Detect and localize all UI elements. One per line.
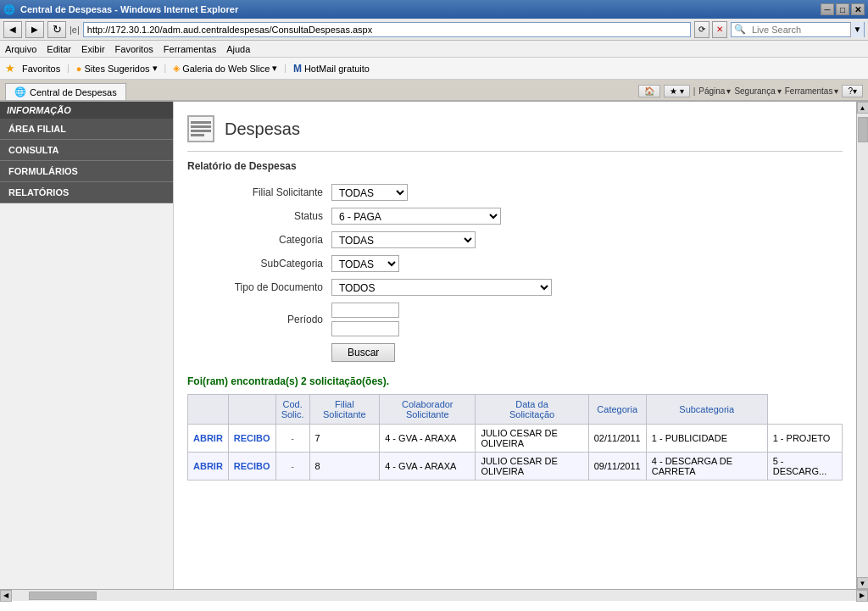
cell-cod-2: 8 xyxy=(309,453,380,480)
periodo-row: Período xyxy=(187,303,843,336)
favorites-star-icon: ★ xyxy=(5,62,15,75)
favorites-bar: ★ Favoritos | ● Sites Sugeridos ▾ | ◈ Ga… xyxy=(0,58,868,80)
link-abrir-2[interactable]: ABRIR xyxy=(193,461,223,471)
col-abrir xyxy=(188,395,229,425)
pagina-menu[interactable]: Página ▾ xyxy=(698,86,731,96)
tab-icon: 🌐 xyxy=(14,86,26,97)
svg-rect-1 xyxy=(191,125,211,128)
status-select[interactable]: 6 - PAGA xyxy=(331,208,501,225)
link-recibo-2[interactable]: RECIBO xyxy=(234,461,270,471)
sidebar-item-relatorios[interactable]: RELATÓRIOS xyxy=(0,182,173,203)
status-label: Status xyxy=(187,210,323,222)
buscar-row: Buscar xyxy=(187,343,843,362)
title-bar: 🌐 Central de Despesas - Windows Internet… xyxy=(0,0,868,19)
ferramentas-menu[interactable]: Ferramentas ▾ xyxy=(785,86,839,96)
search-go-button[interactable]: ▼ xyxy=(850,22,864,37)
menu-favoritos[interactable]: Favoritos xyxy=(115,44,153,54)
cell-abrir-2: ABRIR xyxy=(188,453,229,480)
help-button[interactable]: ?▾ xyxy=(842,85,863,97)
categoria-select[interactable]: TODAS xyxy=(331,231,476,248)
cell-dash-1: - xyxy=(275,425,309,453)
sidebar: INFORMAÇÃO ÁREA FILIAL CONSULTA FORMULÁR… xyxy=(0,102,174,589)
favorites-button[interactable]: Favoritos xyxy=(22,64,60,74)
svg-rect-2 xyxy=(191,130,211,132)
menu-exibir[interactable]: Exibir xyxy=(81,44,105,54)
page-title: Despesas xyxy=(225,119,300,139)
col-categoria: Categoria xyxy=(588,395,646,425)
restore-button[interactable]: □ xyxy=(836,3,849,15)
link-abrir-1[interactable]: ABRIR xyxy=(193,433,223,443)
table-row: ABRIR RECIBO - 8 4 - GVA - ARAXA JULIO C… xyxy=(188,453,843,480)
col-colaborador: Colaborador Solicitante xyxy=(380,395,476,425)
col-data: Data daSolicitação xyxy=(476,395,588,425)
cell-filial-1: 4 - GVA - ARAXA xyxy=(380,425,476,453)
svg-rect-3 xyxy=(191,134,204,136)
periodo-to-input[interactable] xyxy=(331,321,399,336)
forward-button[interactable]: ▶ xyxy=(25,21,44,38)
cell-categoria-1: 1 - PUBLICIDADE xyxy=(646,425,767,453)
home-button[interactable]: 🏠 xyxy=(638,85,660,97)
menu-bar: Arquivo Editar Exibir Favoritos Ferramen… xyxy=(0,41,868,58)
address-input[interactable] xyxy=(83,22,691,37)
buscar-button[interactable]: Buscar xyxy=(331,343,395,362)
menu-ferramentas[interactable]: Ferramentas xyxy=(164,44,216,54)
back-button[interactable]: ◀ xyxy=(3,21,22,38)
periodo-from-input[interactable] xyxy=(331,303,399,318)
stop-button[interactable]: ✕ xyxy=(712,21,727,38)
refresh-page-button[interactable]: ⟳ xyxy=(694,21,709,38)
categoria-row: Categoria TODAS xyxy=(187,231,843,248)
tab-central-despesas[interactable]: 🌐 Central de Despesas xyxy=(5,83,126,100)
hotmail-icon: M xyxy=(293,63,302,75)
separator-3: | xyxy=(284,64,287,73)
search-input[interactable] xyxy=(748,25,850,35)
right-scrollbar[interactable]: ▲ ▼ xyxy=(856,102,868,589)
subcategoria-select[interactable]: TODAS xyxy=(331,255,399,272)
address-label: |e| xyxy=(70,25,80,35)
seguranca-menu[interactable]: Segurança ▾ xyxy=(734,86,781,96)
scroll-up-button[interactable]: ▲ xyxy=(857,102,869,114)
sidebar-header: INFORMAÇÃO xyxy=(0,102,173,119)
hscroll-track xyxy=(12,591,856,601)
scroll-down-button[interactable]: ▼ xyxy=(857,577,869,589)
add-favorites-button[interactable]: ★ ▾ xyxy=(664,85,690,97)
cell-filial-2: 4 - GVA - ARAXA xyxy=(380,453,476,480)
cell-colaborador-2: JULIO CESAR DE OLIVEIRA xyxy=(476,453,588,480)
search-box-icon: 🔍 xyxy=(732,24,748,35)
sidebar-item-consulta[interactable]: CONSULTA xyxy=(0,140,173,161)
link-recibo-1[interactable]: RECIBO xyxy=(234,433,270,443)
fav-hotmail[interactable]: M HotMail gratuito xyxy=(293,63,370,75)
col-subcategoria: Subcategoria xyxy=(646,395,767,425)
menu-editar[interactable]: Editar xyxy=(47,44,71,54)
cell-subcategoria-1: 1 - PROJETO xyxy=(767,425,842,453)
cell-data-2: 09/11/2011 xyxy=(588,453,646,480)
page-title-icon xyxy=(187,115,214,142)
refresh-button[interactable]: ↻ xyxy=(47,21,66,38)
menu-arquivo[interactable]: Arquivo xyxy=(5,44,36,54)
subcategoria-row: SubCategoria TODAS xyxy=(187,255,843,272)
close-button[interactable]: ✕ xyxy=(851,3,865,15)
tipo-doc-select[interactable]: TODOS xyxy=(331,279,552,296)
scroll-right-button[interactable]: ▶ xyxy=(856,590,868,602)
bottom-scrollbar: ◀ ▶ xyxy=(0,589,868,601)
filial-select[interactable]: TODAS xyxy=(331,184,408,201)
fav-galeria[interactable]: ◈ Galeria do Web Slice ▾ xyxy=(173,63,277,74)
hscroll-thumb[interactable] xyxy=(29,592,97,600)
tipo-doc-row: Tipo de Documento TODOS xyxy=(187,279,843,296)
menu-ajuda[interactable]: Ajuda xyxy=(226,44,250,54)
cell-abrir-1: ABRIR xyxy=(188,425,229,453)
minimize-button[interactable]: ─ xyxy=(821,3,834,15)
col-cod-solic: Cod.Solic. xyxy=(275,395,309,425)
tab-bar: 🌐 Central de Despesas 🏠 ★ ▾ | Página ▾ S… xyxy=(0,80,868,102)
scroll-left-button[interactable]: ◀ xyxy=(0,590,12,602)
table-row: ABRIR RECIBO - 7 4 - GVA - ARAXA JULIO C… xyxy=(188,425,843,453)
cell-colaborador-1: JULIO CESAR DE OLIVEIRA xyxy=(476,425,588,453)
status-row: Status 6 - PAGA xyxy=(187,208,843,225)
window-title: Central de Despesas - Windows Internet E… xyxy=(20,4,238,14)
results-table: Cod.Solic. Filial Solicitante Colaborado… xyxy=(187,394,843,480)
fav-sites-sugeridos[interactable]: ● Sites Sugeridos ▾ xyxy=(76,63,158,74)
sidebar-item-formularios[interactable]: FORMULÁRIOS xyxy=(0,161,173,182)
cell-cod-1: 7 xyxy=(309,425,380,453)
filial-row: Filial Solicitante TODAS xyxy=(187,184,843,201)
scrollbar-thumb[interactable] xyxy=(858,117,868,142)
sidebar-item-area-filial[interactable]: ÁREA FILIAL xyxy=(0,119,173,140)
